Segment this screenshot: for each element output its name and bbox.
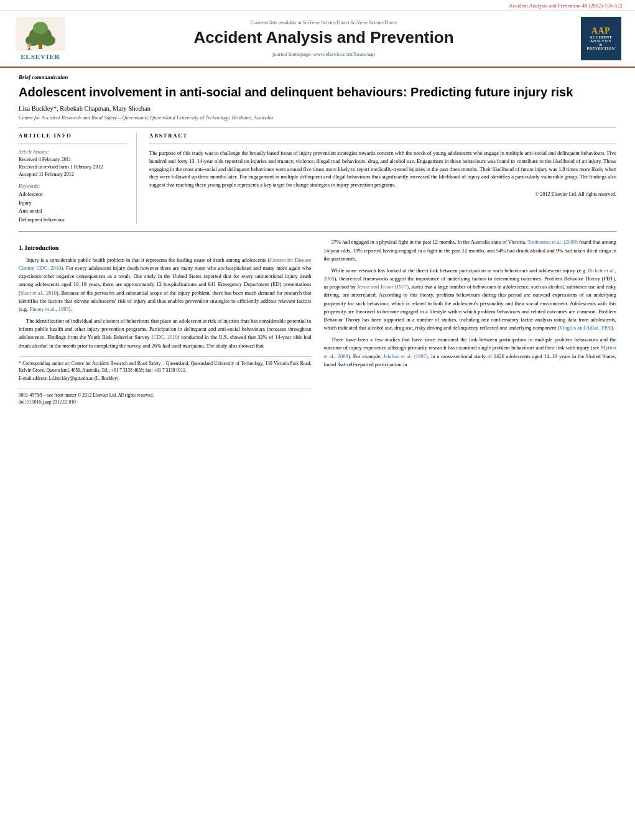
sciverse-link[interactable]: SciVerse ScienceDirect [350, 20, 397, 25]
footnote-star: * Corresponding author at: Centre for Ac… [19, 360, 312, 374]
accepted: Accepted 11 February 2012 [19, 171, 127, 178]
keyword-antisocial: Anti-social [19, 207, 127, 216]
cdc2010-link[interactable]: CDC, 2010 [153, 334, 177, 340]
mytton-link[interactable]: Mytton et al., 2009 [324, 344, 617, 359]
history-label: Article history: [19, 149, 127, 155]
journal-title-area: Contents lists available at SciVerse Sci… [78, 20, 570, 57]
body-col-left: 1. Introduction Injury is a considerable… [19, 238, 312, 405]
footnote-area: * Corresponding author at: Centre for Ac… [19, 356, 312, 382]
homepage-link[interactable]: www.elsevier.com/locate/aap [313, 51, 376, 57]
doi-line: doi:10.1016/j.aap.2012.02.010 [19, 399, 312, 406]
elsevier-wordmark: ELSEVIER [21, 53, 60, 60]
abstract-divider [149, 144, 616, 144]
issn-line: 0001-4575/$ – see front matter © 2012 El… [19, 392, 312, 399]
body-columns: 1. Introduction Injury is a considerable… [19, 238, 616, 405]
right-para-2: While some research has looked at the di… [324, 267, 617, 332]
right-para-3: There have been a few studies that have … [324, 336, 617, 369]
article-info-column: ARTICLE INFO Article history: Received 4… [19, 132, 137, 224]
footnote-email: E-mail address: l.d.buckley@qut.edu.au (… [19, 375, 312, 382]
keyword-delinquent: Delinquent behaviour [19, 216, 127, 224]
finney-link[interactable]: Finney et al., 1993 [29, 306, 69, 312]
sleet-link[interactable]: Sleet et al., 2010 [21, 290, 57, 296]
top-bar: Accident Analysis and Prevention 48 (201… [0, 0, 635, 11]
affiliation: Centre for Accident Research and Road Sa… [19, 114, 616, 121]
copyright-line: © 2012 Elsevier Ltd. All rights reserved… [149, 192, 616, 197]
divider [19, 127, 616, 127]
intro-heading: 1. Introduction [19, 243, 312, 253]
article-type: Brief communication [19, 74, 616, 80]
jelalian-link[interactable]: Jelalian et al. (1997) [383, 353, 428, 359]
received-2: Received in revised form 1 February 2012 [19, 164, 127, 171]
keywords-label: Keywords: [19, 183, 127, 189]
authors-line: Lisa Buckley*, Rebekah Chapman, Mary She… [19, 105, 616, 112]
journal-homepage: journal homepage: www.elsevier.com/locat… [78, 51, 570, 57]
journal-header: ELSEVIER Contents lists available at Sci… [0, 11, 635, 68]
jessor-link[interactable]: Jessor and Jessor (1977) [357, 284, 409, 290]
svg-point-5 [33, 22, 48, 34]
main-body: 1. Introduction Injury is a considerable… [19, 231, 616, 405]
article-title: Adolescent involvement in anti-social an… [19, 84, 616, 100]
abstract-label: ABSTRACT [149, 132, 616, 139]
content-area: Brief communication Adolescent involveme… [0, 68, 635, 412]
keyword-injury: Injury [19, 199, 127, 208]
intro-para-1: Injury is a considerable public health p… [19, 256, 312, 313]
svg-point-4 [40, 35, 55, 46]
svg-point-6 [27, 44, 31, 47]
pickett-link[interactable]: Pickett et al., 2005 [324, 267, 617, 282]
sciverse-line: Contents lists available at SciVerse Sci… [78, 20, 570, 25]
bottom-bar: 0001-4575/$ – see front matter © 2012 El… [19, 389, 312, 406]
info-divider [19, 144, 127, 144]
intro-para-2: The identification of individual and clu… [19, 317, 312, 350]
author-names: Lisa Buckley*, Rebekah Chapman, Mary She… [19, 105, 151, 112]
received-1: Received 4 February 2011 [19, 156, 127, 164]
keyword-adolescent: Adolescent [19, 190, 127, 199]
abstract-text: The purpose of this study was to challen… [149, 149, 616, 189]
elsevier-logo: ELSEVIER [9, 17, 72, 60]
toubourou-link[interactable]: Toubourou et al. (2009) [527, 239, 578, 245]
cdc-link[interactable]: Centers for Disease Control CDC, 2010 [19, 257, 312, 271]
body-col-right: 37% had engaged in a physical fight in t… [324, 238, 617, 405]
journal-title: Accident Analysis and Prevention [78, 28, 570, 47]
abstract-column: ABSTRACT The purpose of this study was t… [149, 132, 616, 224]
aap-logo-area: AAP ACCIDENT ANALYSIS & PREVENTION [576, 17, 626, 60]
aap-logo-box: AAP ACCIDENT ANALYSIS & PREVENTION [581, 17, 621, 60]
vingilis-link[interactable]: Vingilis and Adlaf, 1990 [559, 325, 611, 331]
article-info-label: ARTICLE INFO [19, 132, 127, 139]
elsevier-tree-icon [16, 17, 65, 51]
page-wrapper: Accident Analysis and Prevention 48 (201… [0, 0, 635, 412]
journal-reference: Accident Analysis and Prevention 48 (201… [509, 2, 623, 9]
right-para-1: 37% had engaged in a physical fight in t… [324, 238, 617, 263]
article-info-abstract-section: ARTICLE INFO Article history: Received 4… [19, 132, 616, 224]
